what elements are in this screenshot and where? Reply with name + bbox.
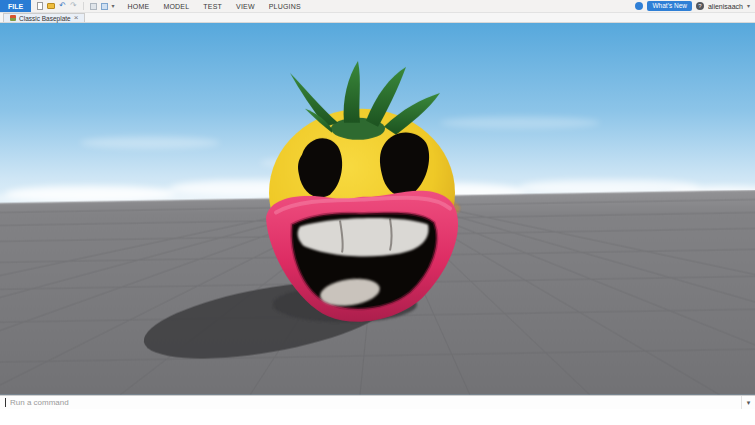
menubar-right-group: What's New ? alienisaach ▾ <box>635 1 755 11</box>
quick-access-toolbar: ↶ ↷ ▾ <box>31 2 120 10</box>
menu-home[interactable]: HOME <box>121 0 157 12</box>
user-chevron-down-icon[interactable]: ▾ <box>747 3 750 9</box>
help-icon[interactable]: ? <box>696 2 704 10</box>
menu-bar: FILE ↶ ↷ ▾ HOME MODEL TEST VIEW PLUGINS … <box>0 0 755 13</box>
bottom-spacer <box>0 409 755 425</box>
file-menu-button[interactable]: FILE <box>0 0 31 12</box>
record-video-icon[interactable] <box>101 3 108 10</box>
menu-plugins[interactable]: PLUGINS <box>262 0 308 12</box>
toolbar-divider <box>83 2 84 10</box>
tab-label: Classic Baseplate <box>19 15 71 22</box>
tab-classic-baseplate[interactable]: Classic Baseplate × <box>3 13 85 22</box>
new-file-icon[interactable] <box>37 2 43 10</box>
toolbar-chevron-down-icon[interactable]: ▾ <box>112 3 115 9</box>
menu-model[interactable]: MODEL <box>156 0 196 12</box>
place-icon <box>10 15 16 21</box>
redo-icon[interactable]: ↷ <box>70 2 77 10</box>
viewport-canvas[interactable] <box>0 23 755 395</box>
tab-close-icon[interactable]: × <box>74 14 79 22</box>
command-bar: ▾ <box>0 395 755 409</box>
open-file-icon[interactable] <box>47 3 55 9</box>
command-input[interactable] <box>6 396 741 409</box>
username-label[interactable]: alienisaach <box>708 3 743 10</box>
undo-icon[interactable]: ↶ <box>59 2 66 10</box>
announcement-icon[interactable] <box>635 2 643 10</box>
screenshot-icon[interactable] <box>90 3 97 10</box>
character-teeth <box>298 218 429 257</box>
command-history-chevron-down-icon[interactable]: ▾ <box>741 396 755 409</box>
whats-new-button[interactable]: What's New <box>647 1 691 11</box>
viewport-3d[interactable] <box>0 23 755 395</box>
document-tab-bar: Classic Baseplate × <box>0 13 755 23</box>
menu-view[interactable]: VIEW <box>229 0 262 12</box>
menu-test[interactable]: TEST <box>196 0 229 12</box>
